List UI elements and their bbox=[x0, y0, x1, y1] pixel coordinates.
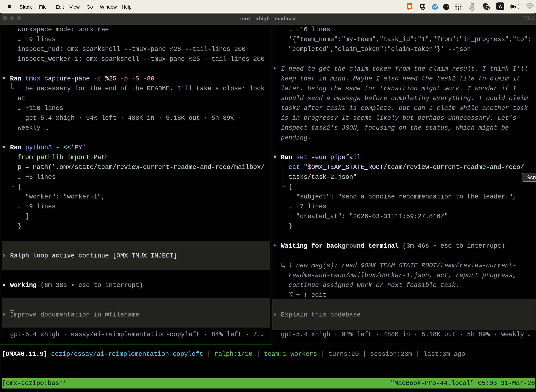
svg-text:A: A bbox=[498, 4, 502, 9]
svg-text:..61: ..61 bbox=[485, 6, 489, 9]
